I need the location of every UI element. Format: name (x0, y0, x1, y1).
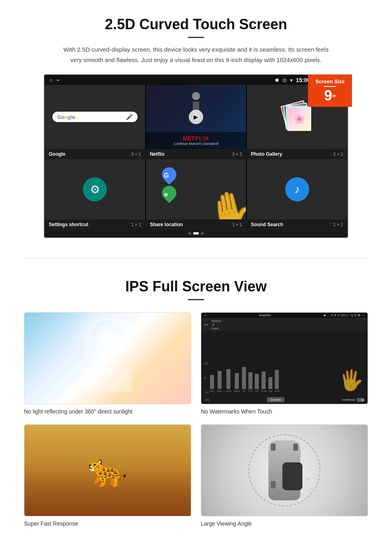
title-divider (188, 37, 204, 38)
mic-icon: 🎤 (126, 114, 133, 120)
feature-amplifier: ⌂ Amplifier ■ … ⊙ ▾ 17:33 ◻ ◁) ⊡ ⊞ → ≡≡ … (201, 312, 368, 415)
amp-controls: ≡≡ Balance ◁) Fader (201, 318, 368, 331)
netflix-cell-content: ▶ NETFLIX Continue Marvel's Daredevil (146, 85, 246, 149)
amp-loudness: loudness (342, 398, 364, 402)
section-ips: IPS Full Screen View No light reflecting… (0, 266, 392, 543)
sound-cell-content: ♪ (247, 159, 347, 219)
feature-caption-sunlight: No light reflecting under 360° direct su… (24, 408, 191, 415)
app-cell-netflix[interactable]: ▶ NETFLIX Continue Marvel's Daredevil (146, 85, 246, 149)
label-settings: Settings shortcut 1 × 1 (45, 219, 145, 230)
section1-description: With 2.5D curved-display screen, this de… (60, 44, 332, 65)
label-sound-name: Sound Search (251, 222, 283, 227)
amp-custom-btn: Custom (267, 397, 284, 402)
amp-fader-label: Fader (211, 327, 221, 330)
section-curved-screen: 2.5D Curved Touch Screen With 2.5D curve… (0, 0, 392, 250)
home-icon: ⌂ (50, 77, 52, 83)
amp-home-icon: ⌂ (204, 313, 206, 317)
wifi-icon: ▾ (290, 77, 293, 83)
app-labels-bottom: Settings shortcut 1 × 1 Share location 1… (45, 219, 347, 230)
settings-icon: ⚙ (83, 177, 107, 201)
sound-search-icon: ♪ (285, 177, 309, 201)
feature-caption-cheetah: Super Fast Response (24, 520, 191, 527)
toggle-switch[interactable] (356, 398, 364, 402)
label-settings-name: Settings shortcut (49, 222, 88, 227)
feature-sunlight: No light reflecting under 360° direct su… (24, 312, 191, 415)
title-divider-2 (188, 299, 204, 300)
label-google-size: 3 × 1 (131, 152, 141, 157)
dot-3 (201, 232, 204, 235)
status-left: ⌂ ⌁ (50, 77, 59, 83)
amp-bottom: ◁◁ Custom loudness (201, 395, 368, 404)
label-photo: Photo Gallery 2 × 2 (247, 149, 347, 159)
dot-1 (188, 232, 191, 235)
app-cell-google[interactable]: Google 🎤 (45, 85, 145, 149)
app-cell-share-location[interactable]: G e 🤚 (146, 159, 246, 219)
features-grid: No light reflecting under 360° direct su… (24, 312, 368, 527)
google-search-bar: Google 🎤 (52, 112, 138, 122)
screen-size-badge: Screen Size 9" (308, 74, 352, 107)
netflix-brand: NETFLIX (150, 135, 242, 142)
feature-img-amplifier: ⌂ Amplifier ■ … ⊙ ▾ 17:33 ◻ ◁) ⊡ ⊞ → ≡≡ … (201, 312, 368, 404)
label-share-size: 1 × 1 (232, 222, 242, 227)
car-top-view: → (260, 434, 308, 506)
android-screen: ⌂ ⌁ ✱ ⊙ ▾ 15:06 ◻ ◁) ⊠ ▭ (44, 74, 348, 238)
feature-img-car: → (201, 424, 368, 516)
bluetooth-icon: ✱ (275, 77, 279, 83)
car-roof (282, 462, 302, 490)
label-netflix-name: Netflix (150, 151, 165, 157)
label-share-name: Share location (150, 222, 183, 227)
amp-eq-bars: 10 0 -10 60hz 100hz 200hz 500hz 1k 2.5k … (201, 331, 368, 395)
share-cell-content: G e 🤚 (146, 159, 246, 219)
section1-title: 2.5D Curved Touch Screen (24, 16, 368, 33)
amp-eq-icon: ≡≡ (204, 323, 208, 327)
badge-divider (324, 86, 336, 87)
sun-rays (92, 321, 124, 353)
amp-status-bar: ⌂ Amplifier ■ … ⊙ ▾ 17:33 ◻ ◁) ⊡ ⊞ → (201, 313, 368, 318)
label-photo-size: 2 × 2 (333, 152, 343, 157)
usb-icon: ⌁ (56, 77, 59, 83)
feature-caption-amplifier: No Watermarks When Touch (201, 408, 368, 415)
label-netflix: Netflix 3 × 2 (146, 149, 246, 159)
label-share: Share location 1 × 1 (146, 219, 246, 230)
dashed-arrow-icon: → (304, 475, 310, 482)
label-google: Google 3 × 1 (45, 149, 145, 159)
status-bar: ⌂ ⌁ ✱ ⊙ ▾ 15:06 ◻ ◁) ⊠ ▭ (45, 75, 347, 85)
feature-car: → Large Viewing Angle (201, 424, 368, 527)
label-sound-size: 1 × 1 (333, 222, 343, 227)
amp-speaker-icon: ◁) (211, 323, 221, 326)
section-divider (24, 258, 368, 258)
play-button[interactable]: ▶ (189, 110, 203, 124)
amp-title: Amplifier (259, 313, 271, 317)
photo-item-flower: 🌸 (287, 107, 311, 131)
hand-on-eq-icon: 🖐 (339, 369, 364, 392)
netflix-subtitle: Continue Marvel's Daredevil (150, 142, 242, 146)
app-grid-bottom: ⚙ G e (45, 159, 347, 219)
netflix-overlay: NETFLIX Continue Marvel's Daredevil (146, 132, 246, 149)
app-cell-settings[interactable]: ⚙ (45, 159, 145, 219)
label-google-name: Google (49, 151, 65, 157)
google-cell-content: Google 🎤 (45, 85, 145, 149)
feature-img-sunlight (24, 312, 191, 404)
feature-cheetah: 🐆 Super Fast Response (24, 424, 191, 527)
settings-cell-content: ⚙ (45, 159, 145, 219)
app-labels-top: Google 3 × 1 Netflix 3 × 2 Photo Gallery… (45, 149, 347, 159)
label-settings-size: 1 × 1 (131, 222, 141, 227)
label-photo-name: Photo Gallery (251, 151, 282, 157)
page-dots (45, 230, 347, 237)
car-body (268, 440, 300, 500)
label-sound: Sound Search 1 × 1 (247, 219, 347, 230)
app-grid-top: Google 🎤 (45, 85, 347, 149)
device-wrapper: Screen Size 9" ⌂ ⌁ ✱ ⊙ ▾ (44, 74, 348, 238)
feature-caption-car: Large Viewing Angle (201, 520, 368, 527)
feature-img-cheetah: 🐆 (24, 424, 191, 516)
badge-label: Screen Size (311, 78, 349, 84)
hand-pointing-icon: 🤚 (204, 186, 246, 219)
amp-balance-label: Balance (211, 319, 221, 322)
app-cell-sound-search[interactable]: ♪ (247, 159, 347, 219)
badge-size: 9" (311, 88, 349, 103)
location-icon: ⊙ (282, 77, 287, 83)
toggle-knob (361, 398, 364, 401)
section2-title: IPS Full Screen View (24, 278, 368, 295)
dot-2 (193, 232, 199, 235)
amp-side-labels: 10 0 -10 (204, 362, 208, 394)
